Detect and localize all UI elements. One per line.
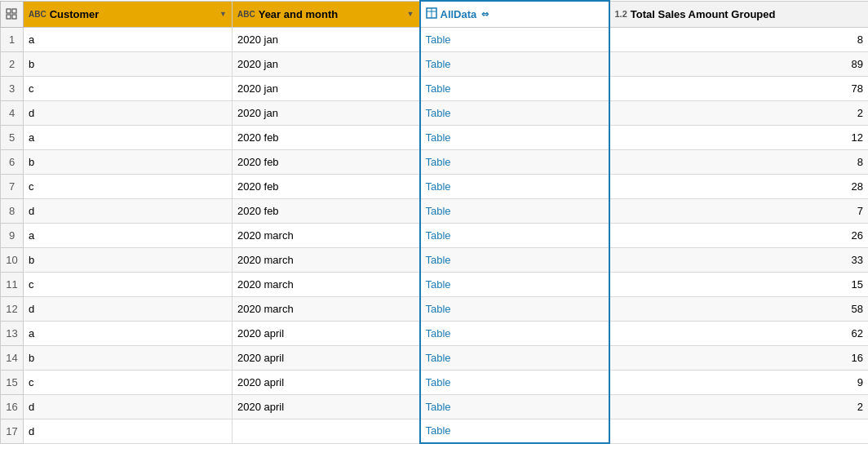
yearmonth-cell: 2020 feb — [232, 198, 420, 223]
table-row: 15 c 2020 april Table 9 — [1, 370, 869, 394]
yearmonth-cell: 2020 april — [232, 345, 420, 370]
alldata-cell[interactable]: Table — [420, 51, 609, 76]
alldata-cell[interactable]: Table — [420, 321, 609, 345]
alldata-cell[interactable]: Table — [420, 100, 609, 125]
alldata-column-label: AllData — [441, 8, 477, 20]
customer-cell: a — [24, 321, 232, 345]
alldata-cell[interactable]: Table — [420, 198, 609, 223]
yearmonth-cell: 2020 feb — [232, 149, 420, 174]
table-row: 10 b 2020 march Table 33 — [1, 247, 869, 272]
yearmonth-cell: 2020 april — [232, 394, 420, 419]
alldata-cell[interactable]: Table — [420, 149, 609, 174]
row-index: 10 — [1, 247, 24, 272]
table-row: 8 d 2020 feb Table 7 — [1, 198, 869, 223]
customer-column-header[interactable]: ABC Customer ▼ — [24, 1, 232, 27]
abc-icon: ABC — [29, 10, 46, 19]
numeric-type-icon: 1.2 — [615, 9, 627, 19]
customer-dropdown-arrow[interactable]: ▼ — [219, 10, 227, 18]
customer-cell: c — [24, 174, 232, 198]
customer-column-label: Customer — [50, 8, 100, 20]
grid-icon — [6, 8, 17, 20]
table-row: 13 a 2020 april Table 62 — [1, 321, 869, 345]
alldata-cell[interactable]: Table — [420, 272, 609, 296]
totalsales-cell: 28 — [609, 174, 869, 198]
alldata-cell[interactable]: Table — [420, 296, 609, 321]
alldata-cell[interactable]: Table — [420, 394, 609, 419]
abc-icon-yearmonth: ABC — [237, 10, 255, 19]
customer-cell: a — [24, 223, 232, 247]
row-index: 16 — [1, 394, 24, 419]
svg-rect-0 — [7, 9, 11, 13]
totalsales-cell: 89 — [609, 51, 869, 76]
yearmonth-dropdown-arrow[interactable]: ▼ — [407, 10, 414, 18]
alldata-expand-icon[interactable]: ⇔ — [481, 9, 489, 20]
totalsales-cell: 2 — [609, 394, 869, 419]
alldata-cell[interactable]: Table — [420, 223, 609, 247]
alldata-cell[interactable]: Table — [420, 345, 609, 370]
yearmonth-cell: 2020 march — [232, 223, 420, 247]
customer-cell: b — [24, 345, 232, 370]
customer-cell: d — [24, 394, 232, 419]
customer-cell: c — [24, 370, 232, 394]
row-index: 8 — [1, 198, 24, 223]
row-index: 5 — [1, 125, 24, 149]
table-row: 17 d Table — [1, 419, 869, 443]
yearmonth-cell: 2020 jan — [232, 76, 420, 100]
totalsales-cell — [609, 419, 869, 443]
table-row: 5 a 2020 feb Table 12 — [1, 125, 869, 149]
row-index: 1 — [1, 27, 24, 51]
table-row: 2 b 2020 jan Table 89 — [1, 51, 869, 76]
totalsales-cell: 33 — [609, 247, 869, 272]
alldata-cell[interactable]: Table — [420, 125, 609, 149]
yearmonth-cell: 2020 march — [232, 272, 420, 296]
table-row: 9 a 2020 march Table 26 — [1, 223, 869, 247]
alldata-cell[interactable]: Table — [420, 419, 609, 443]
yearmonth-cell: 2020 jan — [232, 100, 420, 125]
totalsales-column-header: 1.2 Total Sales Amount Grouped — [609, 1, 869, 27]
index-column-header — [1, 1, 24, 27]
totalsales-cell: 12 — [609, 125, 869, 149]
table-row: 11 c 2020 march Table 15 — [1, 272, 869, 296]
totalsales-cell: 9 — [609, 370, 869, 394]
customer-cell: c — [24, 272, 232, 296]
totalsales-cell: 58 — [609, 296, 869, 321]
yearmonth-column-label: Year and month — [259, 8, 339, 20]
alldata-cell[interactable]: Table — [420, 76, 609, 100]
table-row: 6 b 2020 feb Table 8 — [1, 149, 869, 174]
totalsales-cell: 16 — [609, 345, 869, 370]
totalsales-cell: 2 — [609, 100, 869, 125]
row-index: 6 — [1, 149, 24, 174]
yearmonth-cell: 2020 march — [232, 296, 420, 321]
customer-cell: c — [24, 76, 232, 100]
customer-cell: b — [24, 247, 232, 272]
alldata-column-header[interactable]: AllData ⇔ — [420, 1, 609, 27]
customer-cell: b — [24, 149, 232, 174]
customer-cell: d — [24, 296, 232, 321]
yearmonth-cell: 2020 march — [232, 247, 420, 272]
yearmonth-column-header[interactable]: ABC Year and month ▼ — [232, 1, 420, 27]
totalsales-cell: 78 — [609, 76, 869, 100]
totalsales-column-label: Total Sales Amount Grouped — [631, 8, 776, 20]
svg-rect-2 — [7, 15, 11, 19]
row-index: 15 — [1, 370, 24, 394]
totalsales-cell: 26 — [609, 223, 869, 247]
totalsales-cell: 62 — [609, 321, 869, 345]
yearmonth-cell: 2020 april — [232, 321, 420, 345]
yearmonth-cell: 2020 feb — [232, 125, 420, 149]
alldata-cell[interactable]: Table — [420, 247, 609, 272]
row-index: 11 — [1, 272, 24, 296]
alldata-cell[interactable]: Table — [420, 27, 609, 51]
totalsales-cell: 8 — [609, 27, 869, 51]
alldata-cell[interactable]: Table — [420, 370, 609, 394]
customer-cell: a — [24, 125, 232, 149]
main-table-container: ABC Customer ▼ ABC Year and month ▼ — [0, 0, 868, 466]
customer-cell: a — [24, 27, 232, 51]
yearmonth-cell: 2020 jan — [232, 27, 420, 51]
row-index: 17 — [1, 419, 24, 443]
svg-rect-1 — [12, 9, 16, 13]
yearmonth-cell — [232, 419, 420, 443]
alldata-cell[interactable]: Table — [420, 174, 609, 198]
table-row: 4 d 2020 jan Table 2 — [1, 100, 869, 125]
customer-cell: d — [24, 419, 232, 443]
yearmonth-cell: 2020 feb — [232, 174, 420, 198]
